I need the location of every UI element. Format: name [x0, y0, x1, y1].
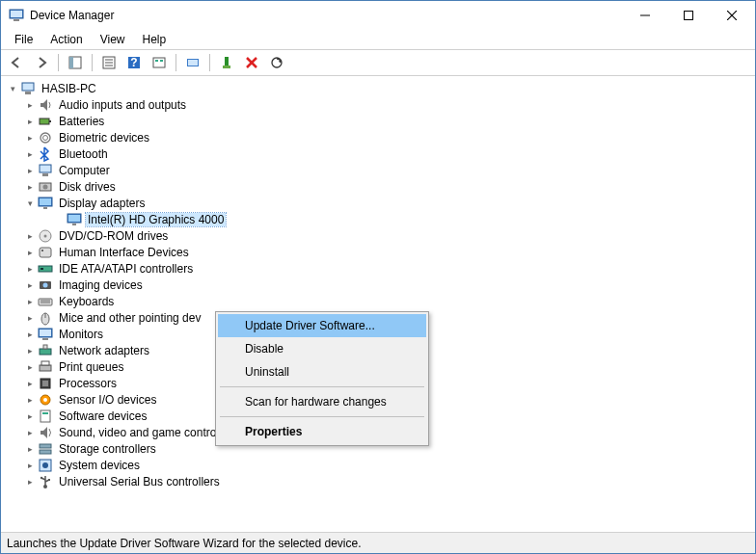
collapse-icon[interactable]: ▾ [24, 198, 36, 209]
action-button[interactable] [148, 52, 171, 73]
close-button[interactable] [710, 2, 753, 29]
menu-file[interactable]: File [7, 31, 40, 48]
context-menu-item[interactable]: Properties [218, 420, 426, 443]
svg-rect-76 [48, 479, 50, 481]
display-icon [38, 196, 53, 211]
svg-point-75 [40, 476, 42, 478]
update-driver-button[interactable] [181, 52, 204, 73]
help-button[interactable]: ? [122, 52, 146, 73]
tree-category-label: DVD/CD-ROM drives [57, 229, 170, 243]
svg-rect-19 [188, 60, 198, 66]
tree-category[interactable]: ▸Bluetooth [3, 145, 753, 162]
pc-icon [20, 81, 36, 96]
expand-icon[interactable]: ▸ [24, 410, 36, 422]
svg-rect-55 [40, 330, 51, 336]
properties-button[interactable] [97, 52, 121, 73]
expand-icon[interactable]: ▸ [24, 329, 36, 340]
context-menu-item[interactable]: Scan for hardware changes [218, 390, 426, 413]
expand-icon[interactable]: ▸ [24, 296, 36, 307]
expand-icon[interactable]: ▸ [24, 312, 36, 324]
scan-hardware-button[interactable] [265, 52, 288, 73]
expand-icon[interactable]: ▸ [24, 148, 36, 160]
tree-device[interactable]: Intel(R) HD Graphics 4000 [3, 211, 753, 227]
tree-device-label: Intel(R) HD Graphics 4000 [86, 213, 226, 226]
expand-icon[interactable]: ▸ [24, 394, 36, 406]
svg-rect-4 [684, 12, 692, 20]
tree-category[interactable]: ▸Biometric devices [3, 129, 753, 145]
collapse-icon[interactable]: ▾ [7, 83, 18, 94]
tree-category[interactable]: ▾Display adapters [3, 195, 753, 211]
context-menu-item[interactable]: Uninstall [218, 360, 426, 383]
expand-icon[interactable]: ▸ [24, 345, 36, 356]
context-menu-item[interactable]: Disable [218, 337, 426, 360]
tree-category-label: Sensor I/O devices [57, 393, 158, 407]
tree-category-label: Mice and other pointing dev [57, 311, 202, 325]
tree-category[interactable]: ▸Batteries [3, 113, 753, 129]
tree-category[interactable]: ▸Imaging devices [3, 277, 753, 293]
svg-rect-40 [72, 224, 76, 225]
expand-icon[interactable]: ▸ [24, 181, 36, 193]
uninstall-button[interactable] [240, 52, 263, 73]
menu-bar: File Action View Help [1, 30, 755, 49]
expand-icon[interactable]: ▸ [24, 116, 36, 127]
svg-point-30 [43, 135, 48, 140]
expand-icon[interactable]: ▸ [24, 230, 36, 242]
tree-category[interactable]: ▸Keyboards [3, 293, 753, 309]
enable-button[interactable] [215, 52, 238, 73]
maximize-button[interactable] [666, 2, 710, 29]
tree-root[interactable]: ▾HASIB-PC [3, 80, 753, 96]
tree-category-label: Disk drives [57, 180, 118, 194]
tree-category[interactable]: ▸Universal Serial Bus controllers [3, 473, 753, 489]
svg-rect-58 [43, 345, 47, 349]
toolbar-separator [58, 54, 59, 71]
context-menu-separator [220, 416, 424, 417]
expand-icon[interactable]: ▸ [24, 263, 36, 275]
tree-category[interactable]: ▸Computer [3, 162, 753, 178]
menu-action[interactable]: Action [42, 31, 90, 48]
printer-icon [38, 359, 53, 375]
biometric-icon [38, 130, 53, 145]
tree-category[interactable]: ▸System devices [3, 457, 753, 473]
expand-icon[interactable]: ▸ [24, 247, 36, 258]
menu-help[interactable]: Help [135, 31, 175, 48]
back-button[interactable] [5, 52, 28, 73]
device-tree[interactable]: ▾HASIB-PC▸Audio inputs and outputs▸Batte… [1, 76, 755, 532]
tree-category-label: System devices [57, 459, 142, 472]
tree-category[interactable]: ▸Disk drives [3, 178, 753, 195]
toolbar: ? [1, 49, 755, 76]
expand-icon[interactable]: ▸ [24, 99, 36, 111]
expand-icon[interactable]: ▸ [24, 427, 36, 438]
expand-icon[interactable]: ▸ [24, 165, 36, 176]
context-menu-item[interactable]: Update Driver Software... [218, 314, 426, 337]
svg-text:?: ? [130, 56, 137, 69]
tree-category-label: Biometric devices [57, 131, 151, 145]
cdrom-icon [38, 228, 53, 244]
expand-icon[interactable]: ▸ [24, 460, 36, 471]
svg-rect-62 [42, 381, 48, 386]
svg-rect-17 [160, 60, 163, 62]
svg-rect-43 [40, 248, 51, 257]
menu-view[interactable]: View [93, 31, 133, 48]
svg-rect-31 [40, 165, 51, 172]
svg-rect-15 [153, 58, 165, 67]
svg-point-64 [43, 398, 47, 402]
svg-point-70 [42, 462, 48, 468]
expand-icon[interactable]: ▸ [24, 378, 36, 389]
forward-button[interactable] [30, 52, 53, 73]
tree-category[interactable]: ▸Human Interface Devices [3, 244, 753, 260]
minimize-button[interactable] [623, 2, 666, 29]
svg-rect-44 [41, 250, 43, 251]
show-hide-tree-button[interactable] [64, 52, 87, 73]
storage-icon [38, 441, 53, 457]
tree-category[interactable]: ▸Audio inputs and outputs [3, 96, 753, 113]
expand-icon[interactable]: ▸ [24, 476, 36, 488]
svg-rect-1 [11, 11, 22, 17]
expand-icon[interactable]: ▸ [24, 132, 36, 144]
svg-rect-65 [40, 410, 50, 422]
expand-icon[interactable]: ▸ [24, 361, 36, 373]
expand-icon[interactable]: ▸ [24, 279, 36, 291]
tree-category[interactable]: ▸IDE ATA/ATAPI controllers [3, 260, 753, 277]
svg-point-48 [43, 282, 48, 287]
expand-icon[interactable]: ▸ [24, 443, 36, 455]
tree-category[interactable]: ▸DVD/CD-ROM drives [3, 227, 753, 244]
